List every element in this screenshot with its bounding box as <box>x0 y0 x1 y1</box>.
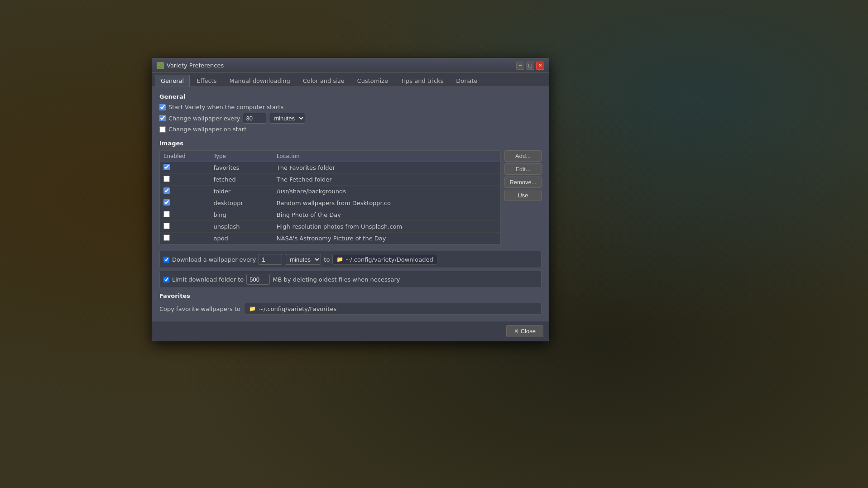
row-type: bing <box>210 209 273 221</box>
table-row: desktoppr Random wallpapers from Desktop… <box>160 197 500 209</box>
row-location: The Fetched folder <box>273 174 500 186</box>
row-favorites-checkbox[interactable] <box>163 164 170 170</box>
table-row: bing Bing Photo of the Day <box>160 209 500 221</box>
row-location: Random wallpapers from Desktoppr.co <box>273 197 500 209</box>
row-type: favorites <box>210 162 273 174</box>
download-interval-input[interactable] <box>259 254 282 265</box>
download-unit-select[interactable]: minutes hours days <box>285 254 321 265</box>
favorites-copy-label: Copy favorite wallpapers to <box>159 306 240 312</box>
favorites-row: Copy favorite wallpapers to 📁 ~/.config/… <box>159 303 542 315</box>
general-header: General <box>159 93 542 100</box>
download-label: Download a wallpaper every <box>172 256 256 263</box>
favorites-section: Favorites Copy favorite wallpapers to 📁 … <box>159 292 542 315</box>
start-on-startup-label: Start Variety when the computer starts <box>168 104 283 110</box>
maximize-button[interactable]: □ <box>526 62 534 70</box>
change-wallpaper-interval-input[interactable] <box>243 113 266 124</box>
row-type: desktoppr <box>210 197 273 209</box>
window-title: Variety Preferences <box>167 62 224 69</box>
title-bar-left: 🌿 Variety Preferences <box>157 62 224 69</box>
tab-customize[interactable]: Customize <box>351 75 394 86</box>
title-bar: 🌿 Variety Preferences − □ ✕ <box>152 58 549 73</box>
col-type: Type <box>210 151 273 162</box>
download-path: ~/.config/variety/Downloaded <box>345 256 433 263</box>
row-desktoppr-checkbox[interactable] <box>163 199 170 206</box>
table-buttons: Add... Edit... Remove... Use <box>504 150 542 244</box>
row-location: High-resolution photos from Unsplash.com <box>273 221 500 233</box>
table-row: folder /usr/share/backgrounds <box>160 186 500 197</box>
change-wallpaper-checkbox[interactable] <box>159 115 166 121</box>
download-checkbox[interactable] <box>163 257 169 263</box>
general-section: General Start Variety when the computer … <box>159 93 542 133</box>
dialog-footer: ✕ Close <box>152 321 549 341</box>
favorites-folder-icon: 📁 <box>249 306 256 312</box>
remove-button[interactable]: Remove... <box>504 177 542 188</box>
edit-button[interactable]: Edit... <box>504 163 542 175</box>
close-button[interactable]: ✕ Close <box>506 325 543 337</box>
row-type: folder <box>210 186 273 197</box>
minimize-button[interactable]: − <box>516 62 524 70</box>
row-location: /usr/share/backgrounds <box>273 186 500 197</box>
tab-tips-and-tricks[interactable]: Tips and tricks <box>395 75 449 86</box>
images-table-wrapper: Enabled Type Location favorites The Favo… <box>159 150 501 244</box>
window-controls: − □ ✕ <box>516 62 544 70</box>
favorites-path: ~/.config/variety/Favorites <box>259 306 336 312</box>
row-apod-checkbox[interactable] <box>163 234 170 241</box>
tab-bar: General Effects Manual downloading Color… <box>152 73 549 87</box>
change-on-start-label: Change wallpaper on start <box>168 126 246 133</box>
download-path-field[interactable]: 📁 ~/.config/variety/Downloaded <box>332 254 437 265</box>
limit-label: Limit download folder to <box>172 276 244 283</box>
row-location: Bing Photo of the Day <box>273 209 500 221</box>
limit-checkbox[interactable] <box>163 277 169 282</box>
row-fetched-checkbox[interactable] <box>163 176 170 182</box>
change-on-start-checkbox[interactable] <box>159 126 166 133</box>
row-type: apod <box>210 233 273 244</box>
folder-icon: 📁 <box>336 256 343 263</box>
dialog-window: 🌿 Variety Preferences − □ ✕ General Effe… <box>152 58 549 341</box>
table-row: fetched The Fetched folder <box>160 174 500 186</box>
table-row: favorites The Favorites folder <box>160 162 500 174</box>
close-window-button[interactable]: ✕ <box>536 62 544 70</box>
content-area: General Start Variety when the computer … <box>152 87 549 321</box>
change-wallpaper-unit-select[interactable]: minutes hours days <box>269 113 305 124</box>
row-unsplash-checkbox[interactable] <box>163 223 170 229</box>
download-row: Download a wallpaper every minutes hours… <box>159 251 542 268</box>
start-on-startup-checkbox[interactable] <box>159 104 166 110</box>
tab-manual-downloading[interactable]: Manual downloading <box>223 75 296 86</box>
col-location: Location <box>273 151 500 162</box>
row-location: The Favorites folder <box>273 162 500 174</box>
images-section: Images Enabled Type Location <box>159 140 542 244</box>
download-to-label: to <box>324 256 330 263</box>
tab-effects[interactable]: Effects <box>191 75 222 86</box>
table-row: apod NASA's Astronomy Picture of the Day <box>160 233 500 244</box>
favorites-path-field[interactable]: 📁 ~/.config/variety/Favorites <box>244 303 542 315</box>
images-table-container: Enabled Type Location favorites The Favo… <box>159 150 542 244</box>
limit-row: Limit download folder to MB by deleting … <box>159 271 542 288</box>
change-wallpaper-row: Change wallpaper every minutes hours day… <box>159 113 542 124</box>
tab-color-and-size[interactable]: Color and size <box>297 75 350 86</box>
images-table: Enabled Type Location favorites The Favo… <box>160 151 500 244</box>
start-on-startup-row: Start Variety when the computer starts <box>159 104 542 110</box>
change-on-start-row: Change wallpaper on start <box>159 126 542 133</box>
row-type: fetched <box>210 174 273 186</box>
row-type: unsplash <box>210 221 273 233</box>
add-button[interactable]: Add... <box>504 150 542 162</box>
row-folder-checkbox[interactable] <box>163 187 170 194</box>
limit-value-input[interactable] <box>246 274 270 285</box>
row-bing-checkbox[interactable] <box>163 211 170 217</box>
favorites-header: Favorites <box>159 292 542 299</box>
table-row: unsplash High-resolution photos from Uns… <box>160 221 500 233</box>
app-icon: 🌿 <box>157 62 164 69</box>
images-header: Images <box>159 140 542 147</box>
tab-donate[interactable]: Donate <box>450 75 483 86</box>
change-wallpaper-label: Change wallpaper every <box>168 115 240 122</box>
row-location: NASA's Astronomy Picture of the Day <box>273 233 500 244</box>
col-enabled: Enabled <box>160 151 210 162</box>
tab-general[interactable]: General <box>155 75 190 86</box>
limit-unit-label: MB by deleting oldest files when necessa… <box>273 276 400 283</box>
use-button[interactable]: Use <box>504 190 542 201</box>
